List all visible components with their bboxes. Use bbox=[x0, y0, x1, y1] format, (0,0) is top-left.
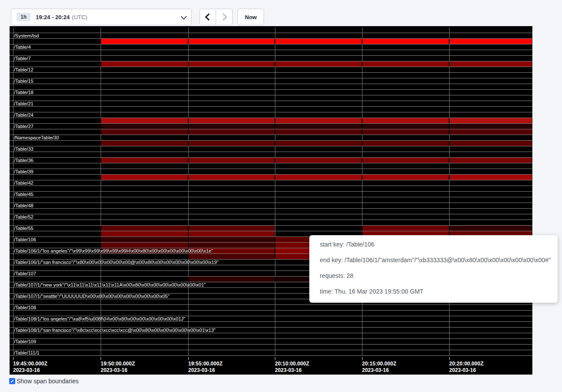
now-button[interactable]: Now bbox=[237, 9, 264, 25]
heatmap-cell[interactable] bbox=[101, 39, 188, 44]
prev-range-button[interactable] bbox=[200, 9, 216, 25]
heatmap-cell[interactable] bbox=[101, 226, 188, 231]
heatmap-cell[interactable] bbox=[188, 243, 275, 248]
heatmap-row[interactable] bbox=[10, 118, 532, 124]
heatmap-cell[interactable] bbox=[449, 226, 532, 231]
heatmap-cell[interactable] bbox=[188, 39, 275, 44]
heatmap-cell[interactable] bbox=[188, 277, 275, 282]
heatmap-row[interactable]: /Table/111/1 bbox=[10, 350, 532, 356]
heatmap-row[interactable] bbox=[10, 186, 532, 192]
heatmap-row[interactable]: /Table/24 bbox=[10, 112, 532, 118]
heatmap-row[interactable]: /Table/7 bbox=[10, 56, 532, 61]
heatmap-cell[interactable] bbox=[449, 158, 532, 163]
heatmap-row[interactable] bbox=[10, 311, 532, 316]
heatmap-cell[interactable] bbox=[449, 118, 532, 123]
heatmap-cell[interactable] bbox=[275, 118, 362, 123]
heatmap-cell[interactable] bbox=[188, 118, 275, 123]
heatmap-cell[interactable] bbox=[362, 226, 449, 231]
heatmap-cell[interactable] bbox=[188, 61, 275, 67]
heatmap-cell[interactable] bbox=[101, 243, 188, 248]
heatmap-row[interactable]: /Table/12 bbox=[10, 67, 532, 73]
heatmap-row[interactable]: /System/tsd bbox=[10, 33, 532, 39]
heatmap-cell[interactable] bbox=[362, 141, 449, 146]
heatmap-row[interactable]: /Table/33 bbox=[10, 146, 532, 152]
heatmap-row[interactable]: /Table/48 bbox=[10, 203, 532, 209]
heatmap-row[interactable] bbox=[10, 61, 532, 67]
heatmap-row[interactable]: /Table/36 bbox=[10, 158, 532, 163]
heatmap-cell[interactable] bbox=[449, 124, 532, 129]
heatmap-row[interactable] bbox=[10, 50, 532, 56]
heatmap-cell[interactable] bbox=[188, 141, 275, 146]
heatmap-row[interactable]: /Table/108 bbox=[10, 305, 532, 311]
heatmap-cell[interactable] bbox=[275, 141, 362, 146]
heatmap-row[interactable] bbox=[10, 129, 532, 135]
heatmap-cell[interactable] bbox=[362, 124, 449, 129]
heatmap-cell[interactable] bbox=[101, 129, 188, 135]
heatmap-row[interactable]: /Table/4 bbox=[10, 44, 532, 50]
heatmap-row[interactable] bbox=[10, 73, 532, 78]
heatmap-cell[interactable] bbox=[188, 231, 275, 237]
heatmap-row[interactable]: /Table/21 bbox=[10, 101, 532, 107]
heatmap-row[interactable] bbox=[10, 322, 532, 328]
heatmap-cell[interactable] bbox=[101, 61, 188, 67]
span-boundaries-toggle[interactable]: ✓ Show span boundaries bbox=[9, 378, 78, 385]
heatmap-cell[interactable] bbox=[362, 61, 449, 67]
heatmap-row[interactable] bbox=[10, 95, 532, 101]
heatmap-cell[interactable] bbox=[101, 231, 188, 237]
heatmap-cell[interactable] bbox=[362, 129, 449, 135]
heatmap-row[interactable] bbox=[10, 197, 532, 203]
heatmap-row[interactable]: /Table/108/1/"los angeles"/"\xa8\xf5\u00… bbox=[10, 316, 532, 322]
heatmap-row[interactable]: /Table/42 bbox=[10, 180, 532, 186]
heatmap-row[interactable]: /Table/52 bbox=[10, 214, 532, 220]
heatmap-cell[interactable] bbox=[449, 61, 532, 67]
heatmap-cell[interactable] bbox=[275, 39, 362, 44]
heatmap-row[interactable] bbox=[10, 141, 532, 146]
heatmap-cell[interactable] bbox=[101, 118, 188, 123]
heatmap-row[interactable] bbox=[10, 209, 532, 214]
heatmap-cell[interactable] bbox=[188, 124, 275, 129]
heatmap-row[interactable] bbox=[10, 220, 532, 226]
heatmap-row[interactable] bbox=[10, 175, 532, 180]
heatmap-cell[interactable] bbox=[449, 141, 532, 146]
heatmap-cell[interactable] bbox=[362, 175, 449, 180]
heatmap-cell[interactable] bbox=[188, 129, 275, 135]
heatmap-row[interactable]: /Table/109 bbox=[10, 339, 532, 345]
heatmap-cell[interactable] bbox=[188, 254, 275, 259]
heatmap-row[interactable]: /Table/39 bbox=[10, 169, 532, 175]
heatmap-row[interactable] bbox=[10, 345, 532, 350]
heatmap-cell[interactable] bbox=[101, 175, 188, 180]
show-span-boundaries-checkbox[interactable]: ✓ bbox=[9, 378, 15, 384]
heatmap-cell[interactable] bbox=[362, 118, 449, 123]
heatmap-row[interactable] bbox=[10, 84, 532, 90]
heatmap-cell[interactable] bbox=[188, 237, 275, 242]
heatmap-cell[interactable] bbox=[449, 39, 532, 44]
key-visualizer-heatmap[interactable]: /System/tsd/Table/4/Table/7/Table/12/Tab… bbox=[10, 26, 532, 375]
next-range-button[interactable] bbox=[216, 9, 233, 25]
heatmap-cell[interactable] bbox=[275, 129, 362, 135]
heatmap-cell[interactable] bbox=[275, 158, 362, 163]
heatmap-cell[interactable] bbox=[275, 175, 362, 180]
heatmap-row[interactable]: /Table/27 bbox=[10, 124, 532, 129]
heatmap-row[interactable] bbox=[10, 107, 532, 112]
heatmap-cell[interactable] bbox=[362, 39, 449, 44]
heatmap-row[interactable]: /Table/15 bbox=[10, 78, 532, 84]
heatmap-cell[interactable] bbox=[101, 124, 188, 129]
heatmap-row[interactable] bbox=[10, 152, 532, 158]
heatmap-cell[interactable] bbox=[362, 158, 449, 163]
heatmap-row[interactable]: /Table/18 bbox=[10, 90, 532, 95]
heatmap-cell[interactable] bbox=[101, 158, 188, 163]
heatmap-cell[interactable] bbox=[101, 141, 188, 146]
heatmap-cell[interactable] bbox=[449, 129, 532, 135]
heatmap-row[interactable]: /Table/55 bbox=[10, 226, 532, 231]
heatmap-row[interactable] bbox=[10, 163, 532, 169]
heatmap-row[interactable]: /Table/45 bbox=[10, 192, 532, 197]
time-range-selector[interactable]: 1h 19:24 - 20:24 (UTC) bbox=[11, 9, 192, 25]
heatmap-cell[interactable] bbox=[275, 124, 362, 129]
heatmap-cell[interactable] bbox=[188, 226, 275, 231]
heatmap-row[interactable] bbox=[10, 333, 532, 339]
heatmap-plot[interactable]: /System/tsd/Table/4/Table/7/Table/12/Tab… bbox=[10, 27, 532, 356]
heatmap-cell[interactable] bbox=[449, 175, 532, 180]
heatmap-row[interactable] bbox=[10, 27, 532, 33]
heatmap-cell[interactable] bbox=[188, 175, 275, 180]
heatmap-row[interactable]: /NamespaceTable/30 bbox=[10, 135, 532, 141]
